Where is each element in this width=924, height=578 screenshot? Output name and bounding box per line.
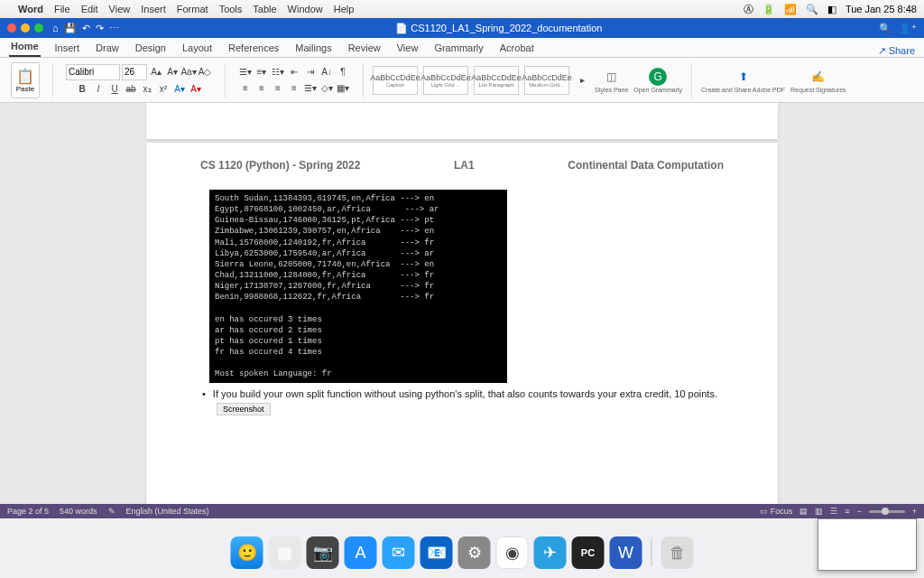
line-spacing-button[interactable]: ☰▾ xyxy=(303,81,318,96)
style-caption[interactable]: AaBbCcDdEeCaption xyxy=(373,66,418,95)
tab-acrobat[interactable]: Acrobat xyxy=(498,39,536,57)
subscript-button[interactable]: x₂ xyxy=(140,82,154,97)
font-color-button[interactable]: A▾ xyxy=(189,82,203,97)
undo-icon[interactable]: ↶ xyxy=(82,23,90,34)
sync-icon[interactable]: 👤⁺ xyxy=(899,23,917,34)
bullet-para[interactable]: • If you build your own split function w… xyxy=(200,388,724,399)
screenshot-thumbnail[interactable] xyxy=(818,518,917,571)
indent-inc-button[interactable]: ⇥ xyxy=(303,65,318,79)
sort-button[interactable]: A↓ xyxy=(319,65,334,79)
launchpad-app-icon[interactable]: ▦ xyxy=(269,536,301,569)
align-center-button[interactable]: ≡ xyxy=(254,81,269,96)
tab-mailings[interactable]: Mailings xyxy=(293,39,333,57)
shrink-font-button[interactable]: A▾ xyxy=(165,65,180,79)
menu-tools[interactable]: Tools xyxy=(219,4,243,14)
word-count[interactable]: 540 words xyxy=(60,507,97,516)
pycharm-app-icon[interactable]: PC xyxy=(572,536,605,569)
styles-pane-button[interactable]: ◫Styles Pane xyxy=(595,68,628,93)
grow-font-button[interactable]: A▴ xyxy=(149,65,163,79)
outlook-app-icon[interactable]: 📧 xyxy=(420,536,453,569)
page-current[interactable]: CS 1120 (Python) - Spring 2022 LA1 Conti… xyxy=(146,143,778,504)
justify-button[interactable]: ≡ xyxy=(287,81,301,96)
italic-button[interactable]: I xyxy=(91,82,106,97)
menu-edit[interactable]: Edit xyxy=(81,4,98,14)
menu-table[interactable]: Table xyxy=(253,4,276,14)
zoom-in-button[interactable]: + xyxy=(912,507,917,516)
language[interactable]: English (United States) xyxy=(126,507,209,516)
menu-view[interactable]: View xyxy=(109,4,131,14)
tab-view[interactable]: View xyxy=(395,39,420,57)
search-doc-icon[interactable]: 🔍 xyxy=(879,23,892,34)
telegram-app-icon[interactable]: ✈ xyxy=(534,536,567,569)
focus-mode-button[interactable]: ▭ Focus xyxy=(760,507,792,516)
zoom-out-button[interactable]: − xyxy=(856,507,861,516)
print-layout-view-button[interactable]: ▤ xyxy=(799,507,808,516)
superscript-button[interactable]: x² xyxy=(156,82,171,97)
menu-file[interactable]: File xyxy=(54,4,70,14)
wifi-icon[interactable]: 📶 xyxy=(784,4,797,15)
chrome-app-icon[interactable]: ◉ xyxy=(496,536,529,569)
style-medium-grid[interactable]: AaBbCcDdEeMedium Grid... xyxy=(524,66,569,95)
shading-button[interactable]: ◇▾ xyxy=(319,81,334,96)
page-count[interactable]: Page 2 of 5 xyxy=(7,507,49,516)
text-highlight-button[interactable]: A▾ xyxy=(172,82,187,97)
zoom-slider[interactable] xyxy=(869,510,905,513)
bold-button[interactable]: B xyxy=(75,82,89,97)
share-button[interactable]: ↗ Share xyxy=(878,45,915,57)
underline-button[interactable]: U xyxy=(107,82,122,97)
grammarly-button[interactable]: GOpen Grammarly xyxy=(633,68,682,93)
align-right-button[interactable]: ≡ xyxy=(271,81,285,96)
zoom-window-button[interactable] xyxy=(34,23,43,33)
save-icon[interactable]: 💾 xyxy=(64,23,77,34)
settings-app-icon[interactable]: ⚙ xyxy=(458,536,491,569)
tab-review[interactable]: Review xyxy=(346,39,383,57)
home-icon[interactable]: ⌂ xyxy=(52,23,59,33)
tab-draw[interactable]: Draw xyxy=(94,39,121,57)
finder-app-icon[interactable]: 🙂 xyxy=(231,536,263,569)
signatures-button[interactable]: ✍Request Signatures xyxy=(790,68,845,93)
web-layout-view-button[interactable]: ▥ xyxy=(815,507,823,516)
font-size-select[interactable] xyxy=(122,64,147,80)
align-left-button[interactable]: ≡ xyxy=(238,81,253,96)
menu-window[interactable]: Window xyxy=(288,4,323,14)
draft-view-button[interactable]: ≡ xyxy=(845,507,849,516)
menu-insert[interactable]: Insert xyxy=(141,4,166,14)
tab-design[interactable]: Design xyxy=(134,39,168,57)
style-light-grid[interactable]: AaBbCcDdEeLight Grid ... xyxy=(423,66,468,95)
numbering-button[interactable]: ≡▾ xyxy=(254,65,269,79)
change-case-button[interactable]: Aa▾ xyxy=(181,65,196,79)
redo-icon[interactable]: ↷ xyxy=(96,23,104,34)
styles-more-button[interactable]: ▸ xyxy=(575,73,589,88)
document-area[interactable]: CS 1120 (Python) - Spring 2022 LA1 Conti… xyxy=(0,103,924,504)
style-list-paragraph[interactable]: AaBbCcDdEeList Paragraph xyxy=(474,66,519,95)
more-qat-icon[interactable]: ⋯ xyxy=(109,23,119,34)
menu-help[interactable]: Help xyxy=(334,4,355,14)
indent-dec-button[interactable]: ⇤ xyxy=(287,65,301,79)
adobe-pdf-button[interactable]: ⬆Create and Share Adobe PDF xyxy=(701,68,785,93)
clock[interactable]: Tue Jan 25 8:48 xyxy=(845,4,917,14)
page-prev-bottom[interactable] xyxy=(146,103,778,139)
screenshot-label[interactable]: Screenshot xyxy=(217,403,271,415)
close-window-button[interactable] xyxy=(7,23,16,33)
bullets-button[interactable]: ☰▾ xyxy=(238,65,253,79)
control-center-icon[interactable]: ◧ xyxy=(827,4,836,15)
show-marks-button[interactable]: ¶ xyxy=(336,65,350,79)
battery-icon[interactable]: 🔋 xyxy=(762,4,775,15)
word-app-icon[interactable]: W xyxy=(610,536,642,569)
borders-button[interactable]: ▦▾ xyxy=(336,81,350,96)
minimize-window-button[interactable] xyxy=(21,23,30,33)
spotlight-icon[interactable]: 🔍 xyxy=(806,4,818,15)
clear-format-button[interactable]: A◇ xyxy=(198,65,212,79)
app-name[interactable]: Word xyxy=(18,4,43,14)
menu-format[interactable]: Format xyxy=(177,4,208,14)
trash-icon[interactable]: 🗑 xyxy=(661,536,694,569)
tab-grammarly[interactable]: Grammarly xyxy=(432,39,485,57)
tab-references[interactable]: References xyxy=(226,39,281,57)
status-a-icon[interactable]: Ⓐ xyxy=(744,3,753,16)
mail-app-icon[interactable]: ✉ xyxy=(383,536,415,569)
tab-insert[interactable]: Insert xyxy=(53,39,82,57)
strikethrough-button[interactable]: ab xyxy=(124,82,138,97)
screenshot-app-icon[interactable]: 📷 xyxy=(307,536,339,569)
multilevel-button[interactable]: ☷▾ xyxy=(271,65,285,79)
tab-home[interactable]: Home xyxy=(9,37,41,57)
